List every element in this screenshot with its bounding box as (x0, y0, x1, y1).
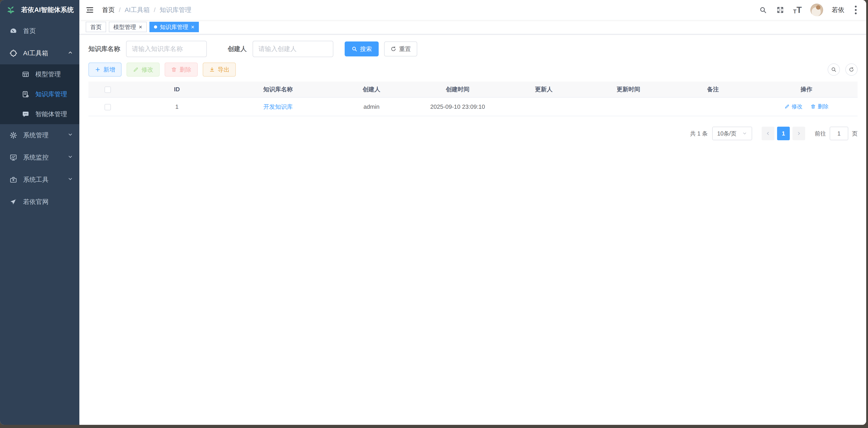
next-page-button[interactable] (793, 127, 805, 140)
cell-update-time (586, 97, 671, 116)
search-form: 知识库名称 创建人 搜索 重置 (88, 41, 858, 57)
paper-plane-icon (9, 198, 17, 206)
page-size-select[interactable]: 10条/页 (712, 127, 752, 140)
gear-icon (9, 131, 17, 139)
app-window: 若依AI智能体系统 首页 AI工具箱 (0, 0, 866, 425)
sidebar-item-official-site[interactable]: 若依官网 (0, 191, 80, 213)
knowledge-base-name-link[interactable]: 开发知识库 (263, 103, 293, 110)
sidebar-item-label: 系统管理 (23, 131, 49, 139)
header-search-button[interactable] (759, 6, 767, 14)
prev-page-button[interactable] (762, 127, 774, 140)
pencil-icon (133, 67, 139, 72)
main-area: 首页 / AI工具箱 / 知识库管理 (80, 0, 866, 425)
user-avatar[interactable] (810, 4, 823, 16)
fullscreen-button[interactable] (776, 6, 784, 14)
tab-label: 首页 (90, 23, 101, 31)
cell-create-time: 2025-09-10 23:09:10 (414, 97, 502, 116)
fullscreen-icon (776, 6, 784, 14)
add-button[interactable]: 新增 (88, 63, 122, 76)
table-header-row: ID 知识库名称 创建人 创建时间 更新人 更新时间 备注 操作 (88, 81, 858, 97)
search-button[interactable]: 搜索 (345, 41, 379, 57)
agent-chat-icon (22, 110, 29, 118)
chevron-right-icon (796, 131, 801, 136)
sidebar-item-label: 智能体管理 (35, 110, 67, 119)
delete-button[interactable]: 删除 (165, 63, 198, 76)
active-tab-dot (154, 25, 157, 29)
breadcrumb-home[interactable]: 首页 (102, 6, 115, 14)
page-content: 知识库名称 创建人 搜索 重置 (80, 34, 866, 425)
row-edit-button[interactable]: 修改 (784, 103, 803, 110)
select-all-checkbox[interactable] (104, 87, 111, 93)
refresh-icon (391, 46, 396, 52)
tags-view-bar: 首页 模型管理 × 知识库管理 × (80, 20, 866, 34)
font-size-button[interactable]: TT (793, 6, 802, 14)
tab-knowledge-base-management[interactable]: 知识库管理 × (149, 22, 199, 32)
sidebar-item-home[interactable]: 首页 (0, 20, 80, 42)
sidebar-collapse-button[interactable] (80, 0, 100, 20)
show-search-toggle-button[interactable] (828, 63, 840, 76)
refresh-table-button[interactable] (845, 63, 858, 76)
sidebar-item-label: 知识库管理 (35, 90, 67, 99)
knowledge-base-icon (22, 90, 29, 98)
column-header-updater: 更新人 (502, 81, 586, 97)
edit-button[interactable]: 修改 (126, 63, 160, 76)
close-icon[interactable]: × (139, 24, 142, 30)
sidebar-item-label: 系统工具 (23, 175, 49, 184)
goto-page-group: 前往 页 (815, 127, 858, 140)
column-header-id: ID (127, 81, 227, 97)
download-icon (209, 67, 215, 72)
goto-page-input[interactable] (830, 127, 848, 140)
sidebar-item-label: 系统监控 (23, 153, 49, 162)
kebab-menu-icon[interactable] (853, 5, 859, 15)
pencil-icon (784, 104, 790, 109)
creator-label: 创建人 (228, 45, 247, 53)
pagination: 共 1 条 10条/页 1 前往 页 (88, 127, 858, 140)
chevron-left-icon (766, 131, 771, 136)
close-icon[interactable]: × (191, 24, 194, 30)
user-name[interactable]: 若依 (832, 6, 844, 14)
knowledge-base-table: ID 知识库名称 创建人 创建时间 更新人 更新时间 备注 操作 1 开发知识 (88, 81, 858, 116)
page-unit-label: 页 (852, 130, 858, 137)
sidebar-item-ai-toolbox[interactable]: AI工具箱 (0, 42, 80, 64)
trash-icon (171, 67, 177, 72)
column-header-update-time: 更新时间 (586, 81, 671, 97)
sidebar-item-system-tools[interactable]: 系统工具 (0, 169, 80, 191)
export-button[interactable]: 导出 (203, 63, 236, 76)
tab-model-management[interactable]: 模型管理 × (109, 22, 147, 32)
breadcrumb-ai-toolbox: AI工具箱 (125, 6, 150, 14)
chevron-up-icon (68, 50, 73, 57)
cell-updater (502, 97, 586, 116)
sidebar-submenu-ai-toolbox: 模型管理 知识库管理 (0, 64, 80, 124)
search-icon (831, 67, 837, 72)
chevron-down-icon (68, 132, 73, 139)
breadcrumb-separator: / (154, 6, 156, 13)
app-logo[interactable]: 若依AI智能体系统 (0, 0, 80, 20)
table-toolbar: 新增 修改 删除 导出 (88, 63, 858, 76)
sidebar-item-model-management[interactable]: 模型管理 (0, 64, 80, 84)
cell-creator: admin (329, 97, 414, 116)
tab-home[interactable]: 首页 (86, 22, 106, 32)
sidebar-item-knowledge-base-management[interactable]: 知识库管理 (0, 84, 80, 104)
sidebar-menu: 首页 AI工具箱 模型 (0, 20, 80, 425)
table-row: 1 开发知识库 admin 2025-09-10 23:09:10 修改 (88, 97, 858, 116)
reset-button[interactable]: 重置 (384, 41, 417, 57)
row-checkbox[interactable] (104, 104, 111, 110)
chevron-down-icon (68, 154, 73, 161)
sidebar-item-label: 若依官网 (23, 198, 49, 206)
top-navbar: 首页 / AI工具箱 / 知识库管理 (80, 0, 866, 20)
puzzle-icon (9, 50, 17, 57)
sidebar-item-system-management[interactable]: 系统管理 (0, 124, 80, 146)
page-size-value: 10条/页 (717, 130, 737, 137)
sidebar-item-system-monitor[interactable]: 系统监控 (0, 146, 80, 169)
sidebar-item-label: AI工具箱 (23, 49, 48, 58)
page-number-button[interactable]: 1 (777, 127, 790, 140)
row-delete-button[interactable]: 删除 (810, 103, 829, 110)
sidebar-item-agent-management[interactable]: 智能体管理 (0, 104, 80, 124)
breadcrumb: 首页 / AI工具箱 / 知识库管理 (102, 6, 191, 14)
tool-case-icon (9, 176, 17, 184)
column-header-operations: 操作 (755, 81, 858, 97)
column-header-create-time: 创建时间 (414, 81, 502, 97)
kb-name-input[interactable] (126, 41, 207, 57)
sidebar: 若依AI智能体系统 首页 AI工具箱 (0, 0, 80, 425)
creator-input[interactable] (253, 41, 333, 57)
